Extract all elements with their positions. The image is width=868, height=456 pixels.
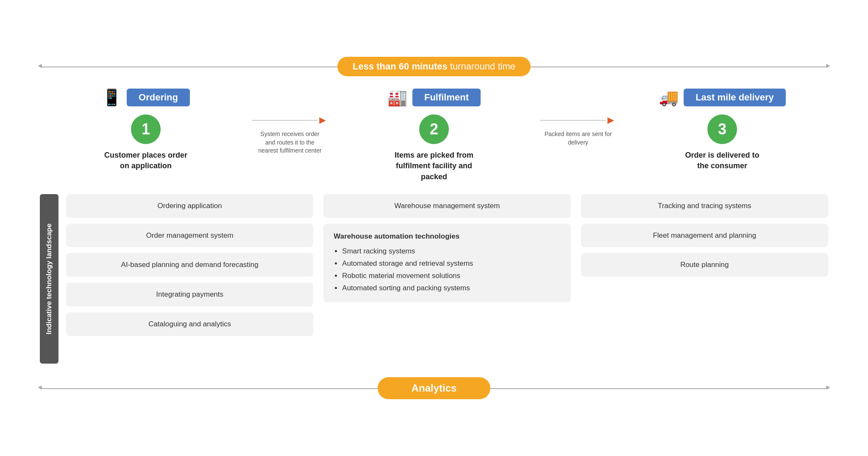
- step-circle-1: 1: [131, 114, 161, 144]
- connector-2: ► Packed items are sent for delivery: [540, 88, 616, 147]
- phase-ordering: 📱 Ordering 1 Customer places order on ap…: [40, 88, 252, 171]
- tech-item-ordering-4: Cataloguing and analytics: [66, 312, 313, 336]
- phase-lastmile: 🚚 Last mile delivery 3 Order is delivere…: [616, 88, 828, 171]
- connector-arrow-1: ►: [252, 114, 328, 127]
- phase-fulfilment-header: 🏭 Fulfilment: [387, 88, 481, 107]
- ordering-icon: 📱: [102, 88, 122, 107]
- lastmile-label: Last mile delivery: [684, 89, 786, 106]
- tech-item-ordering-2: AI-based planning and demand forecasting: [66, 253, 313, 277]
- connector-text-1: System receives order and routes it to t…: [256, 130, 324, 155]
- turnaround-rest: turnaround time: [448, 61, 515, 72]
- phases-steps-row: 📱 Ordering 1 Customer places order on ap…: [40, 88, 828, 182]
- phase-fulfilment: 🏭 Fulfilment 2 Items are picked from ful…: [328, 88, 540, 182]
- warehouse-list-item-3: Automated sorting and packing systems: [342, 282, 560, 295]
- tech-item-lastmile-2: Route planning: [581, 253, 828, 277]
- tech-item-lastmile-1: Fleet management and planning: [581, 224, 828, 247]
- tech-col-ordering: Ordering application Order management sy…: [66, 194, 313, 364]
- warehouse-list-item-1: Automated storage and retrieval systems: [342, 258, 560, 270]
- analytics-row: Analytics: [40, 377, 828, 399]
- turnaround-bold: Less than 60 minutes: [353, 61, 448, 72]
- analytics-badge: Analytics: [378, 377, 491, 399]
- step-circle-2: 2: [419, 114, 449, 144]
- top-arrow-bar: Less than 60 minutes turnaround time: [40, 57, 828, 76]
- step-desc-2: Items are picked from fulfilment facilit…: [392, 150, 476, 182]
- connector-text-2: Packed items are sent for delivery: [544, 130, 612, 147]
- tech-landscape: Indicative technology landscape Ordering…: [40, 194, 828, 364]
- step-desc-1: Customer places order on application: [103, 150, 188, 171]
- connector-1: ► System receives order and routes it to…: [252, 88, 328, 155]
- tech-item-ordering-1: Order management system: [66, 224, 313, 247]
- fulfilment-icon: 🏭: [387, 88, 407, 107]
- ordering-label: Ordering: [127, 89, 190, 106]
- tech-item-fulfilment-1: Warehouse automation technologies Smart …: [323, 224, 570, 302]
- tech-item-ordering-0: Ordering application: [66, 194, 313, 218]
- phase-ordering-header: 📱 Ordering: [102, 88, 190, 107]
- warehouse-automation-list: Smart racking systems Automated storage …: [334, 245, 560, 295]
- tech-item-ordering-3: Integrating payments: [66, 283, 313, 306]
- warehouse-list-item-0: Smart racking systems: [342, 245, 560, 258]
- arrow-head-2: ►: [605, 114, 616, 127]
- tech-col-fulfilment: Warehouse management system Warehouse au…: [323, 194, 570, 364]
- phase-lastmile-header: 🚚 Last mile delivery: [659, 88, 786, 107]
- diagram-container: Less than 60 minutes turnaround time 📱 O…: [31, 44, 837, 412]
- connector-arrow-2: ►: [540, 114, 616, 127]
- fulfilment-label: Fulfilment: [412, 89, 481, 106]
- sidebar-label: Indicative technology landscape: [40, 194, 58, 364]
- lastmile-icon: 🚚: [659, 88, 679, 107]
- tech-columns: Ordering application Order management sy…: [66, 194, 828, 364]
- tech-item-fulfilment-0: Warehouse management system: [323, 194, 570, 218]
- warehouse-list-item-2: Robotic material movement solutions: [342, 270, 560, 282]
- turnaround-badge: Less than 60 minutes turnaround time: [337, 57, 531, 76]
- arrow-head-1: ►: [317, 114, 328, 127]
- tech-item-lastmile-0: Tracking and tracing systems: [581, 194, 828, 218]
- step-circle-3: 3: [707, 114, 737, 144]
- step-desc-3: Order is delivered to the consumer: [680, 150, 765, 171]
- warehouse-automation-title: Warehouse automation technologies: [334, 231, 560, 242]
- tech-col-lastmile: Tracking and tracing systems Fleet manag…: [581, 194, 828, 364]
